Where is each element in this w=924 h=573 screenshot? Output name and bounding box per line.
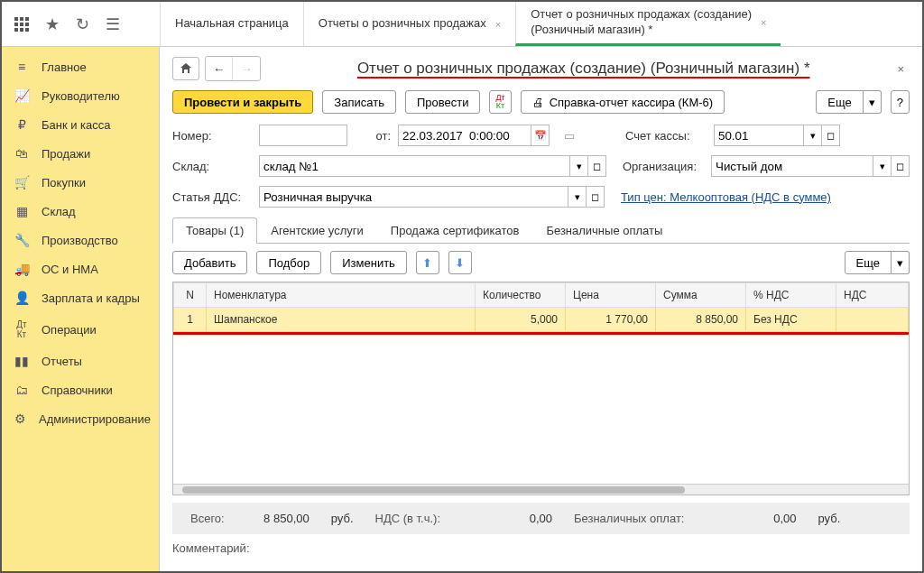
account-field[interactable] — [714, 125, 804, 146]
truck-icon: 🚚 — [14, 262, 29, 276]
close-icon[interactable]: × — [495, 19, 501, 30]
sidebar-item-purchases[interactable]: 🛒Покупки — [2, 168, 159, 197]
org-field[interactable] — [711, 155, 873, 177]
warehouse-open[interactable]: ◻ — [588, 155, 606, 177]
horizontal-scrollbar[interactable] — [173, 484, 909, 494]
sidebar-item-sales[interactable]: 🛍Продажи — [2, 139, 159, 168]
currency: руб. — [331, 512, 354, 525]
warehouse-dropdown[interactable]: ▾ — [570, 155, 588, 177]
org-open[interactable]: ◻ — [892, 155, 910, 177]
add-button[interactable]: Добавить — [172, 251, 247, 274]
tab-home[interactable]: Начальная страница — [160, 2, 303, 46]
col-n[interactable]: N — [174, 283, 207, 308]
post-button[interactable]: Провести — [405, 90, 481, 114]
sidebar-item-production[interactable]: 🔧Производство — [2, 226, 159, 254]
sidebar-item-bank[interactable]: ₽Банк и касса — [2, 110, 159, 139]
km6-button[interactable]: 🖨 Справка-отчет кассира (КМ-6) — [521, 90, 725, 114]
tab-current[interactable]: Отчет о розничных продажах (создание) (Р… — [515, 2, 781, 46]
col-sum[interactable]: Сумма — [656, 283, 746, 308]
save-button[interactable]: Записать — [322, 90, 396, 114]
table-more-dropdown[interactable]: ▾ — [892, 251, 910, 274]
svg-rect-7 — [20, 28, 23, 32]
move-up-button[interactable]: ⬆ — [416, 251, 439, 274]
subtab-goods[interactable]: Товары (1) — [172, 217, 257, 244]
ruble-icon: ₽ — [14, 117, 29, 132]
close-icon[interactable]: × — [761, 17, 766, 28]
form-icon[interactable]: ▭ — [564, 129, 575, 143]
totals-bar: Всего: 8 850,00 руб. НДС (в т.ч.): 0,00 … — [172, 503, 910, 534]
number-field[interactable] — [259, 125, 347, 146]
col-qty[interactable]: Количество — [476, 283, 566, 308]
table-more-button[interactable]: Еще — [845, 251, 892, 274]
hamburger-icon[interactable]: ☰ — [106, 14, 120, 34]
close-button[interactable]: × — [892, 62, 910, 76]
edit-button[interactable]: Изменить — [330, 251, 407, 274]
chevron-down-icon: ▾ — [810, 130, 816, 142]
chart-icon: 📈 — [14, 88, 29, 103]
subtab-agent[interactable]: Агентские услуги — [257, 217, 377, 244]
sidebar-item-manager[interactable]: 📈Руководителю — [2, 81, 159, 110]
col-vat[interactable]: НДС — [836, 283, 909, 308]
dds-field[interactable] — [259, 186, 568, 208]
chevron-down-icon: ▾ — [575, 191, 580, 203]
subtab-cashless[interactable]: Безналичные оплаты — [532, 217, 676, 244]
dds-label: Статья ДДС: — [172, 190, 252, 204]
svg-rect-0 — [14, 17, 18, 21]
dtkt-icon: ДтКт — [495, 94, 504, 110]
topbar: ★ ↻ ☰ Начальная страница Отчеты о рознич… — [2, 2, 922, 47]
sidebar-item-operations[interactable]: ДтКтОперации — [2, 312, 159, 347]
gear-icon: ⚙ — [14, 411, 26, 426]
date-field[interactable] — [398, 125, 531, 146]
bag-icon: 🛍 — [14, 146, 29, 161]
svg-rect-3 — [14, 23, 18, 26]
warehouse-field[interactable] — [259, 155, 570, 177]
folder-icon: 🗂 — [14, 383, 29, 397]
sidebar-item-assets[interactable]: 🚚ОС и НМА — [2, 254, 159, 283]
cashless-value: 0,00 — [706, 512, 796, 525]
menu-icon: ≡ — [14, 60, 29, 74]
button-label: Справка-отчет кассира (КМ-6) — [550, 96, 714, 109]
move-down-button[interactable]: ⬇ — [448, 251, 472, 274]
svg-rect-8 — [25, 28, 29, 32]
sidebar-item-catalogs[interactable]: 🗂Справочники — [2, 375, 159, 404]
tab-reports[interactable]: Отчеты о розничных продажах × — [303, 2, 515, 46]
price-type-link[interactable]: Тип цен: Мелкооптовая (НДС в сумме) — [621, 190, 831, 204]
post-close-button[interactable]: Провести и закрыть — [172, 90, 313, 114]
sidebar-item-label: Отчеты — [42, 355, 82, 368]
col-item[interactable]: Номенклатура — [207, 283, 476, 308]
dds-open[interactable]: ◻ — [587, 186, 605, 208]
org-label: Организация: — [623, 160, 704, 173]
org-dropdown[interactable]: ▾ — [873, 155, 892, 177]
col-price[interactable]: Цена — [566, 283, 656, 308]
vat-value: 0,00 — [462, 512, 552, 525]
col-vatpct[interactable]: % НДС — [746, 283, 836, 308]
page-title: Отчет о розничных продажах (создание) (Р… — [275, 60, 892, 78]
calendar-button[interactable]: 📅 — [531, 125, 550, 146]
sidebar-item-warehouse[interactable]: ▦Склад — [2, 197, 159, 226]
dds-dropdown[interactable]: ▾ — [568, 186, 587, 208]
sidebar-item-hr[interactable]: 👤Зарплата и кадры — [2, 283, 159, 312]
back-button[interactable]: ← — [206, 57, 233, 80]
subtab-certs[interactable]: Продажа сертификатов — [377, 217, 533, 244]
sidebar-item-main[interactable]: ≡Главное — [2, 52, 159, 81]
sidebar-item-reports[interactable]: ▮▮Отчеты — [2, 347, 159, 375]
more-button[interactable]: Еще — [816, 90, 863, 114]
account-open[interactable]: ◻ — [822, 125, 840, 146]
sidebar-item-admin[interactable]: ⚙Администрирование — [2, 404, 159, 433]
open-icon: ◻ — [827, 130, 835, 142]
apps-icon[interactable] — [14, 17, 29, 32]
help-button[interactable]: ? — [891, 90, 910, 114]
barchart-icon: ▮▮ — [14, 354, 29, 368]
table-row[interactable]: 1 Шампанское 5,000 1 770,00 8 850,00 Без… — [174, 308, 909, 332]
currency2: руб. — [818, 512, 840, 525]
history-icon[interactable]: ↻ — [76, 14, 89, 34]
account-dropdown[interactable]: ▾ — [804, 125, 822, 146]
pick-button[interactable]: Подбор — [256, 251, 321, 274]
forward-button[interactable]: → — [233, 57, 260, 80]
star-icon[interactable]: ★ — [45, 14, 60, 34]
open-icon: ◻ — [591, 191, 599, 203]
home-button[interactable] — [172, 57, 199, 80]
svg-rect-6 — [14, 28, 18, 32]
more-dropdown[interactable]: ▾ — [864, 90, 882, 114]
dtkt-button[interactable]: ДтКт — [489, 90, 511, 114]
